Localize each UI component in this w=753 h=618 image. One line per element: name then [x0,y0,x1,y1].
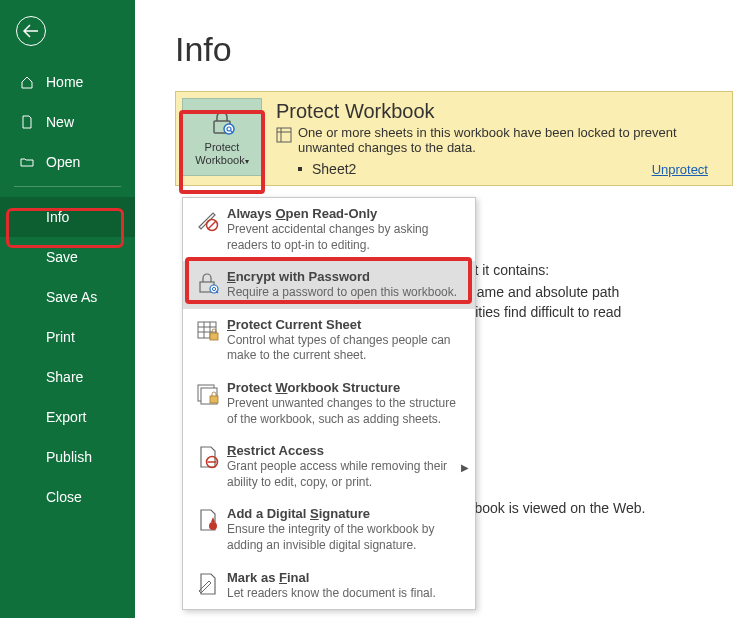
unprotect-link[interactable]: Unprotect [652,162,708,177]
inspect-info-text: that it contains: name and absolute path… [455,262,621,322]
sidebar-item-export[interactable]: Export [0,397,135,437]
protect-sheet-icon [193,318,223,364]
protect-workbook-caption: Protect Workbook▾ [195,141,248,167]
sidebar-item-label: New [46,114,74,130]
sheet-name: Sheet2 [312,161,356,177]
protect-workbook-info: Protect Workbook One or more sheets in t… [276,98,732,179]
svg-rect-21 [210,396,218,403]
sidebar-item-close[interactable]: Close [0,477,135,517]
chevron-right-icon: ▶ [461,461,469,472]
document-icon [18,115,36,129]
readonly-icon [193,207,223,253]
svg-point-24 [209,522,217,530]
menu-item-title: Add a Digital Signature [227,506,465,521]
protect-structure-icon [193,381,223,427]
back-button[interactable] [16,16,46,46]
sidebar-item-info[interactable]: Info [0,197,135,237]
menu-item-encrypt-password[interactable]: Encrypt with Password Require a password… [183,261,475,309]
sidebar-item-share[interactable]: Share [0,357,135,397]
menu-item-title: Protect Workbook Structure [227,380,465,395]
protect-heading: Protect Workbook [276,100,722,123]
encrypt-icon [193,270,223,301]
restrict-access-icon [193,444,223,490]
menu-item-title: Restrict Access [227,443,465,458]
menu-item-title: Encrypt with Password [227,269,465,284]
menu-item-desc: Grant people access while removing their… [227,459,465,490]
page-title: Info [175,30,753,69]
menu-item-desc: Require a password to open this workbook… [227,285,465,301]
signature-icon [193,507,223,553]
menu-item-title: Protect Current Sheet [227,317,465,332]
menu-item-desc: Prevent accidental changes by asking rea… [227,222,465,253]
menu-item-protect-current-sheet[interactable]: Protect Current Sheet Control what types… [183,309,475,372]
sidebar-item-home[interactable]: Home [0,62,135,102]
folder-open-icon [18,155,36,169]
home-icon [18,75,36,89]
protect-message: One or more sheets in this workbook have… [298,125,722,155]
menu-item-desc: Control what types of changes people can… [227,333,465,364]
menu-item-title: Always Open Read-Only [227,206,465,221]
sidebar-item-label: Export [46,409,86,425]
menu-item-restrict-access[interactable]: Restrict Access Grant people access whil… [183,435,475,498]
protect-workbook-menu: Always Open Read-Only Prevent accidental… [182,197,476,610]
menu-item-desc: Prevent unwanted changes to the structur… [227,396,465,427]
lock-icon [207,107,237,137]
menu-item-always-open-readonly[interactable]: Always Open Read-Only Prevent accidental… [183,198,475,261]
sidebar-item-label: Print [46,329,75,345]
sidebar-item-label: Home [46,74,83,90]
menu-item-protect-workbook-structure[interactable]: Protect Workbook Structure Prevent unwan… [183,372,475,435]
sidebar-item-print[interactable]: Print [0,317,135,357]
sidebar-item-label: Share [46,369,83,385]
protect-workbook-panel: Protect Workbook▾ Protect Workbook One o… [175,91,733,186]
sidebar-item-label: Publish [46,449,92,465]
sidebar-item-new[interactable]: New [0,102,135,142]
mark-final-icon [193,571,223,602]
backstage-sidebar: Home New Open Info Save Save As Print Sh… [0,0,135,618]
svg-rect-18 [210,333,218,340]
protect-workbook-button[interactable]: Protect Workbook▾ [182,98,262,176]
bullet-icon [298,167,302,171]
menu-item-add-digital-signature[interactable]: Add a Digital Signature Ensure the integ… [183,498,475,561]
browser-view-text: orkbook is viewed on the Web. [455,500,645,516]
sidebar-item-label: Info [46,209,69,225]
sidebar-item-open[interactable]: Open [0,142,135,182]
menu-item-mark-as-final[interactable]: Mark as Final Let readers know the docum… [183,562,475,610]
menu-item-desc: Let readers know the document is final. [227,586,465,602]
sidebar-item-save[interactable]: Save [0,237,135,277]
sidebar-item-publish[interactable]: Publish [0,437,135,477]
sidebar-item-saveas[interactable]: Save As [0,277,135,317]
menu-item-title: Mark as Final [227,570,465,585]
menu-item-desc: Ensure the integrity of the workbook by … [227,522,465,553]
svg-rect-4 [277,128,291,142]
svg-line-8 [208,221,216,229]
sidebar-item-label: Save [46,249,78,265]
sheet-icon [276,127,292,155]
sidebar-item-label: Open [46,154,80,170]
sidebar-item-label: Save As [46,289,97,305]
sidebar-item-label: Close [46,489,82,505]
main-pane: Info Protect Workbook▾ Protect Workbook … [135,0,753,618]
separator [14,186,121,187]
